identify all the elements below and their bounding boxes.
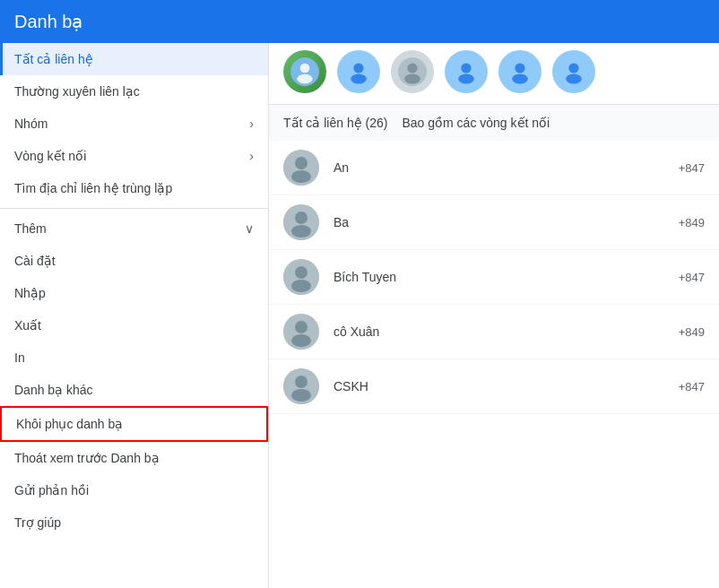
sidebar-item-label: Tìm địa chỉ liên hệ trùng lặp xyxy=(14,181,172,195)
sidebar-item-label: Vòng kết nối xyxy=(14,149,86,163)
contact-list: An +847 Ba +849 xyxy=(269,141,719,588)
sidebar-item-label: Danh bạ khác xyxy=(14,383,93,397)
app-title: Danh bạ xyxy=(14,11,83,32)
app-header: Danh bạ xyxy=(0,0,719,43)
circles-label[interactable]: Bao gồm các vòng kết nối xyxy=(402,116,550,130)
sidebar-divider xyxy=(0,208,268,209)
contact-name: An xyxy=(334,160,664,175)
svg-point-14 xyxy=(512,74,528,83)
contact-name: Ba xyxy=(334,215,664,229)
sidebar-item-label: Trợ giúp xyxy=(14,515,61,530)
sidebar-item-vong-ket-noi[interactable]: Vòng kết nối › xyxy=(0,140,268,172)
contact-row-an[interactable]: An +847 xyxy=(269,141,719,195)
sidebar-item-cai-dat[interactable]: Cài đặt xyxy=(0,245,268,277)
contact-name: Bích Tuyen xyxy=(334,270,664,284)
sidebar-item-label: Thêm xyxy=(14,221,47,236)
contacts-count: Tất cả liên hệ (26) xyxy=(283,116,387,130)
svg-point-7 xyxy=(407,63,417,73)
avatar xyxy=(283,204,319,240)
svg-point-5 xyxy=(351,74,367,83)
sidebar-item-xuat[interactable]: Xuất xyxy=(0,309,268,342)
chevron-right-icon: › xyxy=(249,117,254,131)
sidebar-item-label: Gửi phản hồi xyxy=(14,483,89,497)
sidebar-item-tim-dia-chi[interactable]: Tìm địa chỉ liên hệ trùng lặp xyxy=(0,172,268,204)
svg-point-11 xyxy=(458,74,474,83)
sidebar-item-tat-ca-lien-he[interactable]: Tất cả liên hệ xyxy=(0,43,268,75)
contact-phone: +849 xyxy=(679,325,705,339)
contact-phone: +847 xyxy=(679,271,705,284)
avatar xyxy=(283,150,319,186)
svg-point-28 xyxy=(295,321,308,333)
svg-point-19 xyxy=(295,157,308,169)
svg-point-8 xyxy=(404,74,420,83)
svg-point-2 xyxy=(297,74,312,84)
sidebar-item-label: Xuất xyxy=(14,318,41,333)
contacts-header: Tất cả liên hệ (26) Bao gồm các vòng kết… xyxy=(269,105,719,141)
sidebar-item-in[interactable]: In xyxy=(0,342,268,374)
chevron-right-icon: › xyxy=(249,149,254,163)
svg-point-16 xyxy=(568,63,578,73)
contact-row-co-xuan[interactable]: cô Xuân +849 xyxy=(269,305,719,359)
sidebar-item-nhom[interactable]: Nhóm › xyxy=(0,108,268,140)
sidebar-item-label: Cài đặt xyxy=(14,254,56,268)
contact-row-ba[interactable]: Ba +849 xyxy=(269,195,719,250)
contact-name: cô Xuân xyxy=(334,324,664,339)
sidebar-item-danh-ba-khac[interactable]: Danh bạ khác xyxy=(0,374,268,406)
svg-point-13 xyxy=(515,63,524,73)
preview-section xyxy=(269,43,719,105)
svg-point-26 xyxy=(291,280,311,292)
avatar xyxy=(283,259,319,295)
svg-point-23 xyxy=(291,225,311,238)
sidebar: Tất cả liên hệ Thường xuyên liên lạc Nhó… xyxy=(0,43,269,588)
contact-phone: +847 xyxy=(679,161,705,175)
avatar xyxy=(283,368,319,404)
svg-point-29 xyxy=(291,334,311,347)
sidebar-item-thoat[interactable]: Thoát xem trước Danh bạ xyxy=(0,442,268,474)
sidebar-item-label: In xyxy=(14,350,25,365)
contact-row-bich-tuyen[interactable]: Bích Tuyen +847 xyxy=(269,250,719,305)
svg-point-25 xyxy=(295,266,308,279)
avatar-gray xyxy=(391,50,434,93)
sidebar-item-thuong-xuyen[interactable]: Thường xuyên liên lạc xyxy=(0,75,268,108)
avatar-photo xyxy=(283,50,326,93)
svg-point-4 xyxy=(353,63,363,73)
avatar-blue-4 xyxy=(552,50,595,93)
sidebar-item-label: Nhập xyxy=(14,286,46,300)
contact-phone: +849 xyxy=(679,216,705,229)
contact-phone: +847 xyxy=(679,380,705,393)
svg-point-17 xyxy=(566,74,582,83)
svg-point-20 xyxy=(291,170,311,183)
svg-point-22 xyxy=(295,212,308,224)
contact-row-cskh[interactable]: CSKH +847 xyxy=(269,359,719,414)
avatar xyxy=(283,314,319,350)
main-content: Tất cả liên hệ (26) Bao gồm các vòng kết… xyxy=(269,43,719,588)
svg-point-31 xyxy=(295,376,308,388)
sidebar-item-label: Thoát xem trước Danh bạ xyxy=(14,451,160,465)
svg-point-32 xyxy=(291,389,311,402)
svg-point-1 xyxy=(300,64,310,74)
avatar-blue-3 xyxy=(498,50,541,93)
sidebar-item-label: Nhóm xyxy=(14,117,48,131)
sidebar-item-label: Khôi phục danh bạ xyxy=(16,417,123,431)
contact-name: CSKH xyxy=(334,379,664,393)
sidebar-item-tro-giup[interactable]: Trợ giúp xyxy=(0,506,268,539)
sidebar-item-label: Thường xuyên liên lạc xyxy=(14,84,140,99)
avatar-blue-2 xyxy=(445,50,488,93)
sidebar-item-label: Tất cả liên hệ xyxy=(14,52,93,66)
avatar-blue-1 xyxy=(337,50,380,93)
sidebar-item-gui-phan-hoi[interactable]: Gửi phản hồi xyxy=(0,474,268,506)
sidebar-item-khoi-phuc[interactable]: Khôi phục danh bạ xyxy=(0,406,268,442)
sidebar-item-nhap[interactable]: Nhập xyxy=(0,277,268,309)
sidebar-item-them[interactable]: Thêm ∨ xyxy=(0,212,268,245)
chevron-down-icon: ∨ xyxy=(245,221,254,236)
svg-point-10 xyxy=(461,63,471,73)
